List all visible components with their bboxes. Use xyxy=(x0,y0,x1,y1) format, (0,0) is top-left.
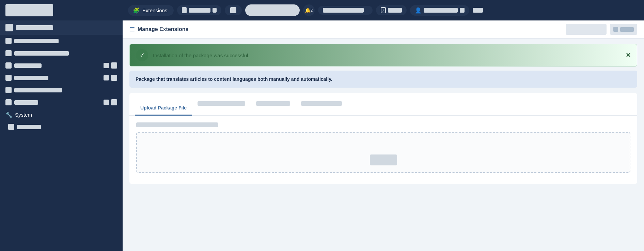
topbar-extensions-label: Extensions: xyxy=(142,8,169,13)
topbar-user-label xyxy=(424,8,458,13)
user-icon: 👤 xyxy=(415,7,422,14)
tab-4-label xyxy=(301,101,342,106)
puzzle-icon: 🧩 xyxy=(133,7,140,14)
content-area: ✓ Installation of the package was succes… xyxy=(123,39,644,251)
sidebar-item-6-badge xyxy=(104,100,109,105)
topbar-search-bar[interactable] xyxy=(245,4,300,16)
success-message: Installation of the package was successf… xyxy=(153,53,250,58)
sidebar-item-4-label xyxy=(14,76,48,80)
tab-2[interactable] xyxy=(192,93,251,116)
success-alert-left: ✓ Installation of the package was succes… xyxy=(136,49,250,61)
topbar-btn-1-chevron xyxy=(213,8,216,13)
tab-3[interactable] xyxy=(251,93,296,116)
sidebar-item-4-right xyxy=(104,75,117,81)
sidebar-item-6-label xyxy=(14,100,38,105)
sidebar-item-5-label xyxy=(14,88,62,92)
sidebar-item-5-icon xyxy=(5,87,12,93)
upload-dropzone[interactable] xyxy=(136,132,630,173)
topbar-notif-label xyxy=(323,8,364,13)
sidebar-system-item[interactable]: 🔧 System xyxy=(0,108,123,121)
page-header-left: ☰ Manage Extensions xyxy=(129,26,188,33)
topbar-btn-1-label xyxy=(189,8,210,13)
topbar-dash xyxy=(473,8,483,13)
sidebar-item-3-chevron xyxy=(111,62,117,69)
main-area: 🧩 Extensions: 🔔 2 ↗ 👤 xyxy=(123,0,644,251)
sidebar-item-3-icon xyxy=(5,62,12,69)
tabs-container: Upload Package File xyxy=(129,93,637,116)
sidebar-item-5[interactable] xyxy=(0,84,123,96)
wrench-icon: 🔧 xyxy=(5,112,12,118)
sidebar-item-3-left xyxy=(5,62,42,69)
upload-field-label xyxy=(136,122,218,127)
sidebar-item-4-left xyxy=(5,75,48,81)
topbar-external-label xyxy=(388,8,402,13)
topbar-search-icon xyxy=(230,7,236,13)
upload-browse-button[interactable] xyxy=(370,154,397,165)
sidebar-item-6-right xyxy=(104,99,117,105)
sidebar-item-4-badge xyxy=(104,75,109,80)
tab-upload-label: Upload Package File xyxy=(140,105,187,110)
external-link-icon: ↗ xyxy=(381,7,386,13)
topbar-user-chevron xyxy=(460,8,465,13)
sidebar-sub-label-1 xyxy=(17,125,41,129)
header-btn-2[interactable] xyxy=(610,24,637,35)
topbar-btn-1-icon xyxy=(182,7,187,13)
header-btn-2-icon xyxy=(613,27,618,32)
sidebar-section-icon xyxy=(5,24,13,31)
sidebar-item-2-label xyxy=(14,51,69,56)
tab-2-label xyxy=(198,101,245,106)
sidebar-item-2-icon xyxy=(5,50,12,56)
page-title: Manage Extensions xyxy=(138,26,188,32)
topbar: 🧩 Extensions: 🔔 2 ↗ 👤 xyxy=(123,0,644,20)
notification-count: 2 xyxy=(311,8,313,12)
sidebar-item-1[interactable] xyxy=(0,35,123,47)
sidebar-item-6[interactable] xyxy=(0,96,123,108)
sidebar-item-3-label xyxy=(14,63,42,68)
tab-upload-package-file[interactable]: Upload Package File xyxy=(135,101,192,116)
sidebar-item-4-icon xyxy=(5,75,12,81)
topbar-notification-btn[interactable]: 🔔 2 xyxy=(303,4,315,16)
sidebar-logo xyxy=(5,4,53,16)
sidebar-item-4-chevron xyxy=(111,75,117,81)
page-header-right xyxy=(566,24,637,35)
sidebar-item-3-badge xyxy=(104,63,109,68)
sidebar-section-header xyxy=(0,20,123,35)
sidebar-item-2-left xyxy=(5,50,69,56)
info-box: Package that translates articles to cont… xyxy=(129,71,637,88)
tab-4[interactable] xyxy=(296,93,347,116)
sidebar-item-6-left xyxy=(5,99,38,105)
sidebar-system-label: System xyxy=(15,112,32,118)
sidebar-item-1-left xyxy=(5,38,59,44)
sidebar-sub-item-1[interactable] xyxy=(0,121,123,133)
sidebar-item-1-label xyxy=(14,39,59,43)
topbar-extensions[interactable]: 🧩 Extensions: xyxy=(128,5,174,16)
sidebar-item-3-right xyxy=(104,62,117,69)
tab-3-label xyxy=(256,101,290,106)
topbar-external-btn[interactable]: ↗ xyxy=(376,5,407,15)
success-icon: ✓ xyxy=(136,49,148,61)
header-btn-1[interactable] xyxy=(566,24,607,35)
topbar-notif-bar[interactable] xyxy=(318,6,373,15)
sidebar-item-1-icon xyxy=(5,38,12,44)
sidebar-item-5-left xyxy=(5,87,62,93)
sidebar-item-2[interactable] xyxy=(0,47,123,59)
topbar-btn-1[interactable] xyxy=(177,5,221,15)
tab-content-upload xyxy=(129,116,637,184)
sidebar-item-6-icon xyxy=(5,99,12,105)
topbar-user-btn[interactable]: 👤 xyxy=(410,5,469,16)
alert-close-button[interactable]: ✕ xyxy=(626,51,631,59)
sidebar-section-label xyxy=(16,25,53,30)
list-icon: ☰ xyxy=(129,26,135,33)
header-btn-2-label xyxy=(620,27,634,32)
sidebar: 🔧 System xyxy=(0,0,123,251)
topbar-search-btn[interactable] xyxy=(225,5,242,15)
bell-icon: 🔔 xyxy=(305,8,311,13)
page-header: ☰ Manage Extensions xyxy=(123,20,644,39)
sidebar-sub-icon-1 xyxy=(8,124,14,130)
sidebar-item-4[interactable] xyxy=(0,72,123,84)
sidebar-logo-area xyxy=(0,0,123,20)
success-alert: ✓ Installation of the package was succes… xyxy=(129,44,637,67)
sidebar-item-3[interactable] xyxy=(0,59,123,72)
sidebar-item-6-chevron xyxy=(111,99,117,105)
info-box-text: Package that translates articles to cont… xyxy=(136,76,332,82)
